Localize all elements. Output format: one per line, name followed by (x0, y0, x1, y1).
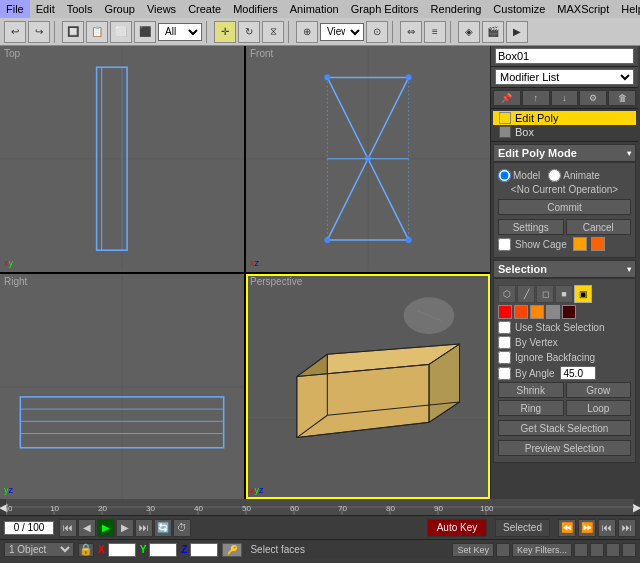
cage-color-swatch-1[interactable] (573, 237, 587, 251)
edit-poly-mode-collapse[interactable]: ▾ (627, 149, 631, 158)
select-region-button[interactable]: ⬜ (110, 21, 132, 43)
edge-mode-icon[interactable]: ╱ (517, 285, 535, 303)
lock-button[interactable]: 🔒 (78, 543, 94, 557)
undo-button[interactable]: ↩ (4, 21, 26, 43)
cancel-button[interactable]: Cancel (566, 219, 632, 235)
object-name-input[interactable] (495, 48, 634, 64)
viewport-perspective[interactable]: Perspective (246, 274, 490, 500)
key-filters-button[interactable]: Key Filters... (512, 543, 572, 557)
selection-header[interactable]: Selection ▾ (493, 260, 636, 278)
menu-customize[interactable]: Customize (487, 0, 551, 18)
mini-icon-3[interactable] (606, 543, 620, 557)
shrink-button[interactable]: Shrink (498, 382, 564, 398)
render-button[interactable]: ▶ (506, 21, 528, 43)
stack-pin-button[interactable]: 📌 (493, 90, 521, 106)
z-input[interactable] (190, 543, 218, 557)
loop-button[interactable]: Loop (566, 400, 632, 416)
redo-button[interactable]: ↪ (28, 21, 50, 43)
align-button[interactable]: ≡ (424, 21, 446, 43)
go-start-button[interactable]: ⏮ (59, 519, 77, 537)
status-mode-select[interactable]: 1 Object (4, 542, 74, 557)
set-key-button[interactable]: Set Key (452, 543, 494, 557)
model-radio[interactable] (498, 169, 511, 182)
select-mode-dropdown[interactable]: All (158, 23, 202, 41)
step-back-button[interactable]: ⏪ (558, 519, 576, 537)
key-icon[interactable]: 🔑 (222, 543, 242, 557)
menu-tools[interactable]: Tools (61, 0, 99, 18)
ring-button[interactable]: Ring (498, 400, 564, 416)
by-angle-input[interactable] (560, 366, 596, 380)
view-dropdown[interactable]: View (320, 23, 364, 41)
select-object-button[interactable]: 🔲 (62, 21, 84, 43)
y-input[interactable] (149, 543, 177, 557)
by-angle-checkbox[interactable] (498, 367, 511, 380)
grow-button[interactable]: Grow (566, 382, 632, 398)
mini-icon-4[interactable] (622, 543, 636, 557)
selected-button[interactable]: Selected (495, 519, 550, 537)
element-mode-icon[interactable]: ▣ (574, 285, 592, 303)
model-radio-label[interactable]: Model (498, 169, 540, 182)
preview-selection-button[interactable]: Preview Selection (498, 440, 631, 456)
next-frame-button[interactable]: ▶ (116, 519, 134, 537)
menu-animation[interactable]: Animation (284, 0, 345, 18)
viewport-top[interactable]: Top xy (0, 46, 244, 272)
menu-views[interactable]: Views (141, 0, 182, 18)
polygon-mode-icon[interactable]: ■ (555, 285, 573, 303)
animate-radio[interactable] (548, 169, 561, 182)
cage-color-swatch-2[interactable] (591, 237, 605, 251)
key-mode-icon[interactable] (496, 543, 510, 557)
play-button[interactable]: ▶ (97, 519, 115, 537)
menu-create[interactable]: Create (182, 0, 227, 18)
menu-group[interactable]: Group (98, 0, 141, 18)
stack-item-box[interactable]: Box (493, 125, 636, 139)
viewport-front[interactable]: Front xz (246, 46, 490, 272)
vertex-mode-icon[interactable]: ⬡ (498, 285, 516, 303)
step-forward-button[interactable]: ⏩ (578, 519, 596, 537)
window-crossing-button[interactable]: ⬛ (134, 21, 156, 43)
menu-edit[interactable]: Edit (30, 0, 61, 18)
show-cage-checkbox[interactable] (498, 238, 511, 251)
menu-modifiers[interactable]: Modifiers (227, 0, 284, 18)
stack-move-up-button[interactable]: ↑ (522, 90, 550, 106)
select-rotate-button[interactable]: ↻ (238, 21, 260, 43)
right-panel-scroll[interactable]: Modifier List 📌 ↑ ↓ ⚙ 🗑 Edit Poly Bo (491, 46, 638, 499)
viewport-right[interactable]: Right yz (0, 274, 244, 500)
menu-rendering[interactable]: Rendering (425, 0, 488, 18)
go-end-button[interactable]: ⏭ (135, 519, 153, 537)
swatch-red[interactable] (498, 305, 512, 319)
select-scale-button[interactable]: ⧖ (262, 21, 284, 43)
get-stack-selection-button[interactable]: Get Stack Selection (498, 420, 631, 436)
material-editor-button[interactable]: ◈ (458, 21, 480, 43)
selection-collapse[interactable]: ▾ (627, 265, 631, 274)
render-setup-button[interactable]: 🎬 (482, 21, 504, 43)
menu-maxscript[interactable]: MAXScript (551, 0, 615, 18)
edit-poly-mode-header[interactable]: Edit Poly Mode ▾ (493, 144, 636, 162)
x-input[interactable] (108, 543, 136, 557)
mini-icon-1[interactable] (574, 543, 588, 557)
menu-help[interactable]: Help (615, 0, 640, 18)
swatch-gray[interactable] (546, 305, 560, 319)
by-vertex-checkbox[interactable] (498, 336, 511, 349)
commit-button[interactable]: Commit (498, 199, 631, 215)
time-config-button[interactable]: ⏱ (173, 519, 191, 537)
select-move-button[interactable]: ✛ (214, 21, 236, 43)
select-by-name-button[interactable]: 📋 (86, 21, 108, 43)
frame-counter[interactable]: 0 / 100 (4, 521, 54, 535)
mirror-button[interactable]: ⇔ (400, 21, 422, 43)
auto-key-button[interactable]: Auto Key (427, 519, 487, 537)
swatch-orange[interactable] (530, 305, 544, 319)
timeline-right-arrow[interactable]: ▶ (634, 499, 640, 515)
stack-move-down-button[interactable]: ↓ (551, 90, 579, 106)
ignore-backfacing-checkbox[interactable] (498, 351, 511, 364)
menu-graph-editors[interactable]: Graph Editors (345, 0, 425, 18)
stack-item-edit-poly[interactable]: Edit Poly (493, 111, 636, 125)
reference-coord-button[interactable]: ⊕ (296, 21, 318, 43)
border-mode-icon[interactable]: ◻ (536, 285, 554, 303)
play-mode-button[interactable]: 🔄 (154, 519, 172, 537)
stack-configure-button[interactable]: ⚙ (579, 90, 607, 106)
prev-key-button[interactable]: ⏮ (598, 519, 616, 537)
settings-button[interactable]: Settings (498, 219, 564, 235)
mini-icon-2[interactable] (590, 543, 604, 557)
swatch-orange-red[interactable] (514, 305, 528, 319)
next-key-button[interactable]: ⏭ (618, 519, 636, 537)
